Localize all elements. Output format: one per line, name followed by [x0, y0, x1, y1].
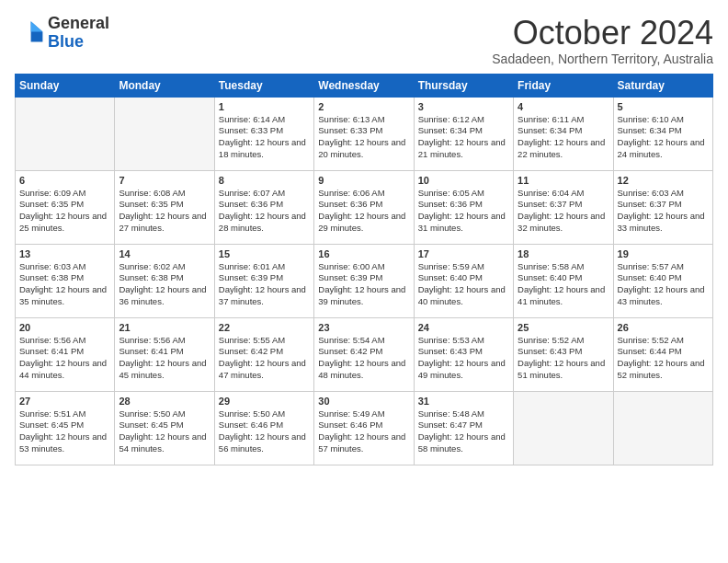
calendar-week-row: 27Sunrise: 5:51 AM Sunset: 6:45 PM Dayli…	[16, 391, 713, 465]
weekday-header: Sunday	[16, 74, 115, 97]
day-info: Sunrise: 6:00 AM Sunset: 6:39 PM Dayligh…	[318, 261, 409, 308]
day-info: Sunrise: 5:53 AM Sunset: 6:43 PM Dayligh…	[418, 335, 509, 382]
day-number: 24	[418, 322, 509, 333]
day-number: 6	[19, 175, 110, 186]
day-info: Sunrise: 5:51 AM Sunset: 6:45 PM Dayligh…	[19, 408, 110, 455]
calendar-day-cell: 8Sunrise: 6:07 AM Sunset: 6:36 PM Daylig…	[214, 170, 313, 244]
calendar-day-cell: 15Sunrise: 6:01 AM Sunset: 6:39 PM Dayli…	[214, 244, 313, 317]
calendar-day-cell: 14Sunrise: 6:02 AM Sunset: 6:38 PM Dayli…	[115, 244, 214, 317]
calendar-week-row: 20Sunrise: 5:56 AM Sunset: 6:41 PM Dayli…	[16, 317, 713, 391]
day-number: 28	[119, 396, 210, 407]
calendar-day-cell: 10Sunrise: 6:05 AM Sunset: 6:36 PM Dayli…	[414, 170, 513, 244]
calendar-day-cell: 23Sunrise: 5:54 AM Sunset: 6:42 PM Dayli…	[314, 317, 414, 391]
day-number: 17	[418, 248, 509, 259]
title-block: October 2024 Sadadeen, Northern Territor…	[492, 15, 713, 66]
day-number: 22	[219, 322, 310, 333]
calendar-day-cell	[514, 391, 613, 465]
day-number: 18	[518, 248, 609, 259]
day-number: 19	[618, 248, 709, 259]
day-number: 7	[119, 175, 210, 186]
calendar-day-cell: 17Sunrise: 5:59 AM Sunset: 6:40 PM Dayli…	[414, 244, 513, 317]
day-number: 15	[219, 248, 310, 259]
day-number: 10	[418, 175, 509, 186]
day-info: Sunrise: 5:56 AM Sunset: 6:41 PM Dayligh…	[119, 335, 210, 382]
day-info: Sunrise: 6:11 AM Sunset: 6:34 PM Dayligh…	[518, 114, 609, 161]
svg-marker-1	[31, 21, 43, 31]
calendar-day-cell: 1Sunrise: 6:14 AM Sunset: 6:33 PM Daylig…	[214, 97, 313, 170]
day-number: 3	[418, 101, 509, 112]
calendar-day-cell: 2Sunrise: 6:13 AM Sunset: 6:33 PM Daylig…	[314, 97, 414, 170]
day-info: Sunrise: 6:04 AM Sunset: 6:37 PM Dayligh…	[518, 188, 609, 235]
day-info: Sunrise: 5:48 AM Sunset: 6:47 PM Dayligh…	[418, 408, 509, 455]
day-number: 31	[418, 396, 509, 407]
day-number: 25	[518, 322, 609, 333]
day-number: 11	[518, 175, 609, 186]
weekday-header: Wednesday	[314, 74, 414, 97]
day-info: Sunrise: 5:49 AM Sunset: 6:46 PM Dayligh…	[318, 408, 409, 455]
calendar-day-cell: 28Sunrise: 5:50 AM Sunset: 6:45 PM Dayli…	[115, 391, 214, 465]
weekday-header: Thursday	[414, 74, 513, 97]
day-info: Sunrise: 6:07 AM Sunset: 6:36 PM Dayligh…	[219, 188, 310, 235]
day-number: 4	[518, 101, 609, 112]
logo: General Blue	[15, 15, 109, 52]
weekday-header: Monday	[115, 74, 214, 97]
day-number: 9	[318, 175, 409, 186]
day-info: Sunrise: 6:10 AM Sunset: 6:34 PM Dayligh…	[618, 114, 709, 161]
day-number: 5	[618, 101, 709, 112]
day-info: Sunrise: 5:57 AM Sunset: 6:40 PM Dayligh…	[618, 261, 709, 308]
day-info: Sunrise: 6:12 AM Sunset: 6:34 PM Dayligh…	[418, 114, 509, 161]
calendar-day-cell: 19Sunrise: 5:57 AM Sunset: 6:40 PM Dayli…	[613, 244, 712, 317]
weekday-header: Friday	[514, 74, 613, 97]
day-number: 8	[219, 175, 310, 186]
calendar-header: SundayMondayTuesdayWednesdayThursdayFrid…	[16, 74, 713, 97]
calendar-day-cell	[115, 97, 214, 170]
calendar-day-cell	[16, 97, 115, 170]
day-number: 16	[318, 248, 409, 259]
day-info: Sunrise: 5:58 AM Sunset: 6:40 PM Dayligh…	[518, 261, 609, 308]
calendar-week-row: 13Sunrise: 6:03 AM Sunset: 6:38 PM Dayli…	[16, 244, 713, 317]
month-title: October 2024	[492, 15, 713, 52]
calendar-day-cell: 22Sunrise: 5:55 AM Sunset: 6:42 PM Dayli…	[214, 317, 313, 391]
calendar-day-cell: 25Sunrise: 5:52 AM Sunset: 6:43 PM Dayli…	[514, 317, 613, 391]
day-info: Sunrise: 6:03 AM Sunset: 6:38 PM Dayligh…	[19, 261, 110, 308]
day-number: 12	[618, 175, 709, 186]
calendar-table: SundayMondayTuesdayWednesdayThursdayFrid…	[15, 74, 713, 465]
day-number: 14	[119, 248, 210, 259]
calendar-day-cell: 31Sunrise: 5:48 AM Sunset: 6:47 PM Dayli…	[414, 391, 513, 465]
day-info: Sunrise: 5:52 AM Sunset: 6:44 PM Dayligh…	[618, 335, 709, 382]
day-number: 29	[219, 396, 310, 407]
page-header: General Blue October 2024 Sadadeen, Nort…	[15, 15, 713, 66]
calendar-day-cell: 7Sunrise: 6:08 AM Sunset: 6:35 PM Daylig…	[115, 170, 214, 244]
day-info: Sunrise: 6:09 AM Sunset: 6:35 PM Dayligh…	[19, 188, 110, 235]
calendar-day-cell: 24Sunrise: 5:53 AM Sunset: 6:43 PM Dayli…	[414, 317, 513, 391]
calendar-day-cell: 26Sunrise: 5:52 AM Sunset: 6:44 PM Dayli…	[613, 317, 712, 391]
day-number: 13	[19, 248, 110, 259]
calendar-day-cell: 30Sunrise: 5:49 AM Sunset: 6:46 PM Dayli…	[314, 391, 414, 465]
calendar-day-cell: 16Sunrise: 6:00 AM Sunset: 6:39 PM Dayli…	[314, 244, 414, 317]
location: Sadadeen, Northern Territory, Australia	[492, 52, 713, 66]
day-info: Sunrise: 5:55 AM Sunset: 6:42 PM Dayligh…	[219, 335, 310, 382]
calendar-day-cell	[613, 391, 712, 465]
day-info: Sunrise: 5:54 AM Sunset: 6:42 PM Dayligh…	[318, 335, 409, 382]
day-info: Sunrise: 5:50 AM Sunset: 6:45 PM Dayligh…	[119, 408, 210, 455]
day-info: Sunrise: 5:59 AM Sunset: 6:40 PM Dayligh…	[418, 261, 509, 308]
calendar-week-row: 1Sunrise: 6:14 AM Sunset: 6:33 PM Daylig…	[16, 97, 713, 170]
calendar-day-cell: 9Sunrise: 6:06 AM Sunset: 6:36 PM Daylig…	[314, 170, 414, 244]
calendar-day-cell: 29Sunrise: 5:50 AM Sunset: 6:46 PM Dayli…	[214, 391, 313, 465]
day-number: 30	[318, 396, 409, 407]
day-info: Sunrise: 6:02 AM Sunset: 6:38 PM Dayligh…	[119, 261, 210, 308]
calendar-day-cell: 20Sunrise: 5:56 AM Sunset: 6:41 PM Dayli…	[16, 317, 115, 391]
calendar-day-cell: 21Sunrise: 5:56 AM Sunset: 6:41 PM Dayli…	[115, 317, 214, 391]
calendar-day-cell: 11Sunrise: 6:04 AM Sunset: 6:37 PM Dayli…	[514, 170, 613, 244]
day-info: Sunrise: 6:14 AM Sunset: 6:33 PM Dayligh…	[219, 114, 310, 161]
calendar-day-cell: 13Sunrise: 6:03 AM Sunset: 6:38 PM Dayli…	[16, 244, 115, 317]
calendar-day-cell: 5Sunrise: 6:10 AM Sunset: 6:34 PM Daylig…	[613, 97, 712, 170]
day-info: Sunrise: 6:13 AM Sunset: 6:33 PM Dayligh…	[318, 114, 409, 161]
day-number: 21	[119, 322, 210, 333]
day-info: Sunrise: 6:01 AM Sunset: 6:39 PM Dayligh…	[219, 261, 310, 308]
calendar-day-cell: 27Sunrise: 5:51 AM Sunset: 6:45 PM Dayli…	[16, 391, 115, 465]
day-info: Sunrise: 6:06 AM Sunset: 6:36 PM Dayligh…	[318, 188, 409, 235]
day-number: 20	[19, 322, 110, 333]
day-info: Sunrise: 5:56 AM Sunset: 6:41 PM Dayligh…	[19, 335, 110, 382]
calendar-day-cell: 18Sunrise: 5:58 AM Sunset: 6:40 PM Dayli…	[514, 244, 613, 317]
